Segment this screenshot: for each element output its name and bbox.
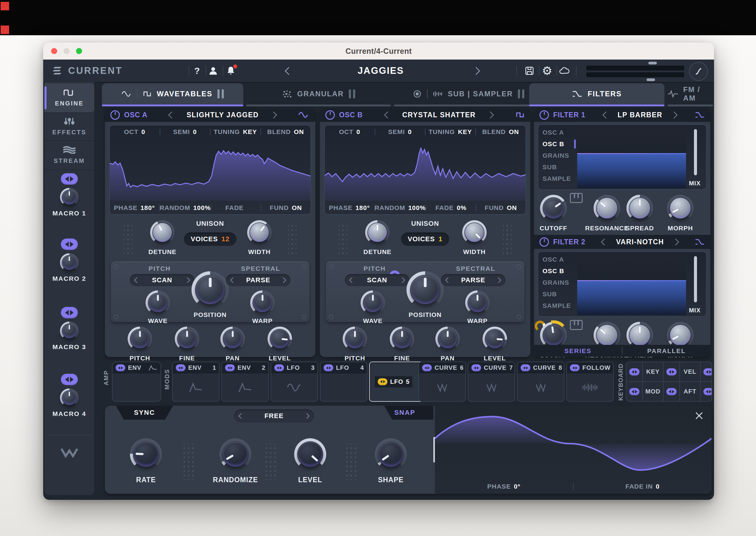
sidebar-item-effects[interactable]: EFFECTS	[44, 113, 94, 141]
mod-card-curve-7[interactable]: CURVE7	[468, 362, 515, 402]
env-1-mod-source[interactable]	[176, 364, 186, 371]
mod-card-env-2[interactable]: ENV2	[221, 362, 269, 402]
osc-a-voices[interactable]: VOICES12	[184, 232, 236, 246]
routing-series-button[interactable]: SERIES	[534, 347, 622, 354]
filter-2-input-sub[interactable]: SUB	[543, 288, 571, 300]
osc-a-width-knob[interactable]	[247, 220, 272, 245]
osc-b-power-icon[interactable]	[325, 110, 335, 120]
filter-1-mix-slider[interactable]	[694, 129, 697, 175]
osc-a-pan-knob[interactable]	[220, 326, 245, 352]
ramp-curve-button[interactable]	[689, 62, 708, 81]
osc-a-semi[interactable]: SEMI0	[160, 128, 210, 136]
filter-2-power-icon[interactable]	[539, 237, 549, 247]
filter-1-prev-type[interactable]	[602, 111, 609, 118]
lfo-phase[interactable]: PHASE0°	[435, 483, 573, 490]
filter-1-display[interactable]: OSC A OSC B GRAINS SUB SAMPLE MIX	[538, 124, 707, 190]
osc-b-phase[interactable]: PHASE180°	[325, 204, 374, 212]
amp-env-card[interactable]: ENV	[112, 362, 161, 402]
osc-b-blend[interactable]: BLENDON	[476, 128, 526, 136]
filter-2-input-sample[interactable]: SAMPLE	[543, 300, 571, 312]
filter-1-type[interactable]: LP BARBER	[618, 111, 662, 119]
mod-card-lfo-4[interactable]: LFO4	[320, 362, 367, 402]
sidebar-item-stream[interactable]: STREAM	[44, 140, 94, 170]
osc-a-fund[interactable]: FUNDON	[261, 204, 310, 212]
sidebar-item-engine[interactable]: ENGINE	[44, 83, 94, 113]
mod-card-follow-9[interactable]: FOLLOW9	[566, 362, 614, 402]
gain-handle-top[interactable]	[648, 62, 657, 64]
lfo-fade-in[interactable]: FADE IN0	[574, 483, 712, 490]
osc-b-drag-dots-right[interactable]	[503, 223, 512, 256]
osc-a-random[interactable]: RANDOM100%	[160, 204, 211, 212]
filter-2-slope-icon[interactable]	[695, 238, 705, 246]
cloud-icon[interactable]	[558, 59, 572, 82]
curve-7-mod-source[interactable]	[471, 364, 481, 371]
osc-b-next-wavetable[interactable]	[487, 111, 494, 118]
lfo-4-mod-source[interactable]	[324, 364, 333, 371]
preset-next-button[interactable]	[469, 59, 483, 82]
tab-sub-sampler[interactable]: SUB | SAMPLER	[394, 83, 543, 105]
filter-2-key-track-icon[interactable]	[570, 320, 583, 330]
gain-handle-bottom[interactable]	[647, 79, 655, 81]
filter-1-input-grains[interactable]: GRAINS	[543, 150, 571, 161]
vel-mod-source[interactable]	[664, 362, 679, 381]
zoom-window-button[interactable]	[76, 48, 82, 54]
osc-a-drag-dots-left[interactable]	[124, 223, 132, 256]
preset-display[interactable]: JAGGIES	[317, 59, 445, 82]
filter-2-display[interactable]: OSC A OSC B GRAINS SUB SAMPLE MIX	[538, 251, 707, 317]
osc-a-fine-knob[interactable]	[174, 326, 200, 352]
filter-1-input-sample[interactable]: SAMPLE	[543, 173, 571, 184]
osc-b-semi[interactable]: SEMI0	[375, 128, 425, 136]
granular-expand-handle[interactable]	[349, 89, 355, 98]
osc-b-spectral-mode[interactable]: PARSE	[441, 274, 505, 286]
osc-a-power-icon[interactable]	[110, 110, 120, 120]
osc-a-tuning[interactable]: TUNINGKEY	[210, 128, 260, 136]
filter-1-resonance-knob[interactable]	[593, 194, 621, 222]
mod-card-env-1[interactable]: ENV1	[172, 362, 220, 402]
filter-1-input-osc-a[interactable]: OSC A	[543, 127, 571, 138]
macro-3-knob[interactable]	[59, 321, 79, 341]
osc-b-fund[interactable]: FUNDON	[476, 204, 525, 212]
snap-tab[interactable]: SNAP	[376, 406, 433, 419]
macro-1-mod-source[interactable]	[61, 173, 78, 185]
macro-1-knob[interactable]	[59, 187, 79, 207]
routing-parallel-button[interactable]: PARALLEL	[623, 347, 710, 354]
macro-4-knob[interactable]	[59, 388, 79, 408]
osc-a-wavetable-name[interactable]: SLIGHTLY JAGGED	[186, 111, 259, 119]
filter-2-mix-slider[interactable]	[694, 256, 697, 302]
filter-2-input-grains[interactable]: GRAINS	[543, 277, 571, 288]
osc-b-pitch-knob[interactable]	[342, 326, 368, 352]
filter-2-next-type[interactable]	[672, 238, 679, 246]
lfo-3-mod-source[interactable]	[274, 364, 284, 371]
sync-tab[interactable]: SYNC	[116, 406, 173, 419]
osc-b-fine-knob[interactable]	[389, 326, 415, 352]
account-icon[interactable]	[206, 59, 220, 82]
filter-1-slope-icon[interactable]	[695, 111, 705, 119]
mod-mod-source[interactable]	[627, 382, 642, 401]
filter-2-input-osc-b[interactable]: OSC B	[543, 265, 571, 277]
mod-card-lfo-5-selected[interactable]: LFO5	[369, 362, 426, 402]
osc-b-warp-knob[interactable]	[465, 290, 490, 316]
osc-a-pitch-knob[interactable]	[127, 326, 153, 352]
macro-3-mod-source[interactable]	[61, 307, 78, 318]
osc-a-next-wavetable[interactable]	[270, 111, 277, 118]
tab-wavetables[interactable]: WAVETABLES	[102, 83, 243, 105]
lfo-randomize-knob[interactable]	[219, 438, 252, 471]
osc-b-position-knob[interactable]	[406, 270, 445, 309]
osc-a-wave-knob[interactable]	[145, 290, 171, 316]
filter-1-input-osc-b[interactable]: OSC B	[543, 138, 571, 150]
mod-card-lfo-3[interactable]: LFO3	[270, 362, 318, 402]
osc-a-prev-wavetable[interactable]	[168, 111, 175, 118]
tab-granular[interactable]: GRANULAR	[246, 83, 391, 105]
filter-1-key-track-icon[interactable]	[570, 193, 583, 203]
osc-b-square-icon[interactable]	[515, 111, 525, 119]
osc-b-tuning[interactable]: TUNINGKEY	[425, 128, 475, 136]
lfo-rate-mode-select[interactable]: FREE	[234, 409, 314, 423]
aft-mod-source[interactable]	[664, 382, 679, 401]
osc-a-drag-dots-right[interactable]	[288, 223, 297, 256]
osc-a-pitch-mode[interactable]: SCAN	[130, 274, 194, 286]
off-mod-source[interactable]	[701, 382, 712, 401]
filter-1-next-type[interactable]	[670, 111, 678, 118]
mod-card-curve-8[interactable]: CURVE8	[517, 362, 564, 402]
close-window-button[interactable]	[51, 48, 57, 54]
wavetables-expand-handle[interactable]	[217, 89, 224, 98]
